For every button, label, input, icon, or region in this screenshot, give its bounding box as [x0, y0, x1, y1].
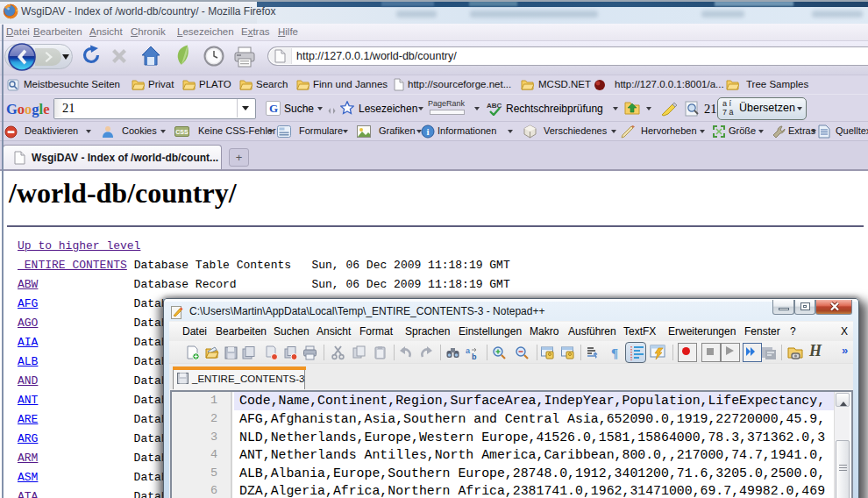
svg-text:i: i [426, 126, 429, 137]
svg-text:b: b [472, 352, 477, 360]
svg-text:a: a [466, 346, 471, 355]
svg-text:¶: ¶ [611, 346, 618, 360]
